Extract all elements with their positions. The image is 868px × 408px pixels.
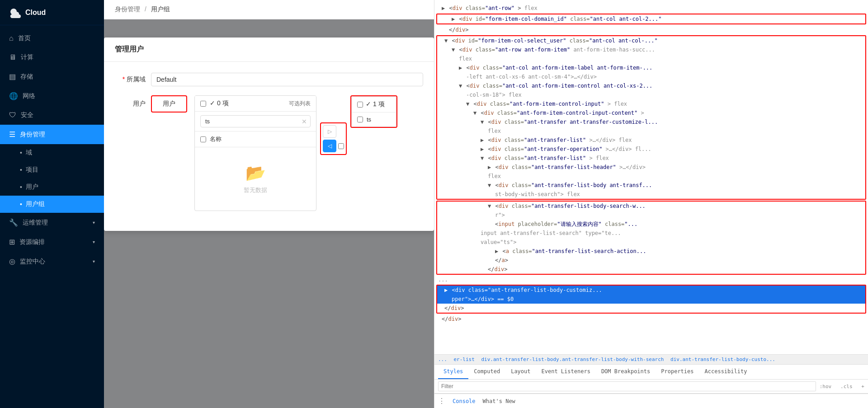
breadcrumb-item[interactable]: div.ant-transfer-list-body-custo... xyxy=(670,356,775,362)
modal-overlay: 管理用户 * 所属域 用户 xyxy=(104,19,434,408)
code-line: input ant-transfer-list-search" type="te… xyxy=(437,229,865,238)
domain-input[interactable] xyxy=(151,73,423,86)
code-line: </div> xyxy=(437,304,865,313)
domain-label-text: 所属域 xyxy=(127,75,146,83)
red-highlight-bottom: ▶ <div class="ant-transfer-list-body-cus… xyxy=(436,285,866,314)
sidebar-item-resource[interactable]: ⊞ 资源编排 ▾ xyxy=(0,232,104,252)
code-line: st-body-with-search"> flex xyxy=(437,190,865,199)
sidebar-item-label: 资源编排 xyxy=(19,238,45,246)
transfer-col-checkbox[interactable] xyxy=(200,136,206,142)
devtools-console: ⋮ Console What's New xyxy=(434,394,868,408)
sidebar-item-label: 运维管理 xyxy=(23,219,48,227)
transfer-search-wrapper: ✕ xyxy=(195,112,316,131)
code-line: ▼ <div class="ant-transfer ant-transfer-… xyxy=(437,117,865,127)
transfer-right-item-checkbox[interactable] xyxy=(338,143,344,149)
code-line: ▶ <a class="ant-transfer-list-search-act… xyxy=(437,247,865,256)
sidebar: Cloud ⌂ 首页 🖥 计算 ▤ 存储 🌐 网络 🛡 安全 ☰ 身份管理 域 xyxy=(0,0,104,408)
code-line: -left ant-col-xs-6 ant-col-sm-4">…</div> xyxy=(437,72,865,81)
user-label: 用户 xyxy=(163,100,175,107)
code-line: ▶ <div id="form-item-col-domain_id" clas… xyxy=(437,14,865,23)
code-line: ▼ <div class="ant-form-item-control-inpu… xyxy=(437,99,865,108)
clear-search-icon[interactable]: ✕ xyxy=(302,118,307,125)
code-line: ▶ <div class="ant-transfer-list" >…</div… xyxy=(437,136,865,145)
storage-icon: ▤ xyxy=(9,72,16,81)
tab-dom-breakpoints[interactable]: DOM Breakpoints xyxy=(596,365,656,379)
sidebar-item-security[interactable]: 🛡 安全 xyxy=(0,106,104,125)
app-title: Cloud xyxy=(25,9,46,17)
code-line: value="ts"> xyxy=(437,238,865,247)
code-line-selected[interactable]: ▶ <div class="ant-transfer-list-body-cus… xyxy=(437,286,865,295)
console-tab[interactable]: Console xyxy=(453,398,476,404)
code-line: r"> xyxy=(437,211,865,220)
right-item-checkbox[interactable] xyxy=(357,117,363,122)
transfer-right-checkbox[interactable] xyxy=(357,102,363,108)
sidebar-item-home[interactable]: ⌂ 首页 xyxy=(0,29,104,48)
sidebar-item-label: 安全 xyxy=(21,111,33,119)
transfer-op-forward[interactable]: ▷ xyxy=(323,125,336,138)
code-line: </div> xyxy=(434,314,868,324)
transfer-right-count: ✓ 1 项 xyxy=(352,97,396,113)
devtools-panel: ▶ <div class="ant-row" > flex ▶ <div id=… xyxy=(434,0,868,408)
console-options-icon[interactable]: ⋮ xyxy=(438,397,445,405)
form-control-user: 用户 ✓ 0 项 可选列表 xyxy=(151,95,423,211)
sidebar-sub-label: 项目 xyxy=(26,166,38,174)
chevron-down-icon: ▾ xyxy=(93,259,95,264)
modal-dialog: 管理用户 * 所属域 用户 xyxy=(104,38,434,231)
code-line: ▼ <div class="ant-transfer-list" > flex xyxy=(437,154,865,163)
identity-icon: ☰ xyxy=(9,130,15,139)
tab-computed[interactable]: Computed xyxy=(468,365,505,379)
operation-red-box: ▷ ◁ xyxy=(320,122,347,155)
sidebar-item-compute[interactable]: 🖥 计算 xyxy=(0,48,104,67)
code-line: ▶ <div class="ant-transfer-operation" >…… xyxy=(437,145,865,154)
code-line: flex xyxy=(437,172,865,181)
sidebar-item-ops[interactable]: 🔧 运维管理 ▾ xyxy=(0,213,104,232)
sidebar-item-user[interactable]: 用户 xyxy=(0,178,104,196)
ellipsis-row: ... xyxy=(434,276,868,284)
transfer-search-input[interactable] xyxy=(200,115,311,127)
chevron-down-icon: ▾ xyxy=(93,239,95,244)
sidebar-item-domain[interactable]: 域 xyxy=(0,144,104,161)
right-count-label: ✓ 1 项 xyxy=(366,100,385,108)
code-line: <input placeholder="请输入搜索内容" class="... xyxy=(437,220,865,229)
sidebar-item-storage[interactable]: ▤ 存储 xyxy=(0,67,104,86)
breadcrumb-separator: / xyxy=(145,5,146,13)
sidebar-menu: ⌂ 首页 🖥 计算 ▤ 存储 🌐 网络 🛡 安全 ☰ 身份管理 域 xyxy=(0,25,104,408)
sidebar-item-network[interactable]: 🌐 网络 xyxy=(0,86,104,106)
sidebar-item-usergroup[interactable]: 用户组 xyxy=(0,196,104,213)
tab-properties[interactable]: Properties xyxy=(656,365,699,379)
resource-icon: ⊞ xyxy=(9,238,15,246)
cloud-icon xyxy=(9,6,22,19)
whats-new-tab[interactable]: What's New xyxy=(483,398,515,404)
devtools-code-panel: ▶ <div class="ant-row" > flex ▶ <div id=… xyxy=(434,0,868,355)
breadcrumb-parent: 身份管理 xyxy=(115,5,140,13)
sidebar-item-monitor[interactable]: ◎ 监控中心 ▾ xyxy=(0,252,104,271)
sidebar-item-project[interactable]: 项目 xyxy=(0,161,104,178)
filter-options: :hov .cls + xyxy=(820,384,864,389)
breadcrumb-item[interactable]: ... xyxy=(438,356,447,362)
transfer-right-header-box: ✓ 1 项 ts xyxy=(350,95,397,128)
sidebar-item-label: 计算 xyxy=(21,53,33,61)
sidebar-sub-label: 用户组 xyxy=(26,200,45,208)
devtools-tabs: Styles Computed Layout Event Listeners D… xyxy=(434,365,868,380)
tab-styles[interactable]: Styles xyxy=(438,365,468,379)
transfer-list-right-wrapper: ✓ 1 项 ts xyxy=(350,95,397,128)
tab-event-listeners[interactable]: Event Listeners xyxy=(536,365,596,379)
filter-input[interactable] xyxy=(438,381,816,391)
monitor-icon: ◎ xyxy=(9,257,15,266)
user-label-text: 用户 xyxy=(133,100,146,107)
transfer-operation: ▷ ◁ xyxy=(316,122,350,155)
transfer-left-checkbox[interactable] xyxy=(200,101,206,107)
transfer-op-back[interactable]: ◁ xyxy=(323,140,336,152)
sidebar-sub-label: 用户 xyxy=(26,183,38,191)
transfer-list-right: ✓ 1 项 ts xyxy=(351,96,396,127)
tab-accessibility[interactable]: Accessibility xyxy=(699,365,753,379)
tab-layout[interactable]: Layout xyxy=(505,365,536,379)
breadcrumb-item[interactable]: er-list xyxy=(454,356,475,362)
transfer-right-label: 可选列表 xyxy=(289,100,311,108)
breadcrumb-item[interactable]: div.ant-transfer-list-body.ant-transfer-… xyxy=(481,356,664,362)
code-line: flex xyxy=(437,127,865,136)
transfer-label-box[interactable]: 用户 xyxy=(151,95,187,113)
modal-body: * 所属域 用户 xyxy=(104,62,434,231)
sidebar-item-identity[interactable]: ☰ 身份管理 xyxy=(0,125,104,144)
network-icon: 🌐 xyxy=(9,92,18,100)
